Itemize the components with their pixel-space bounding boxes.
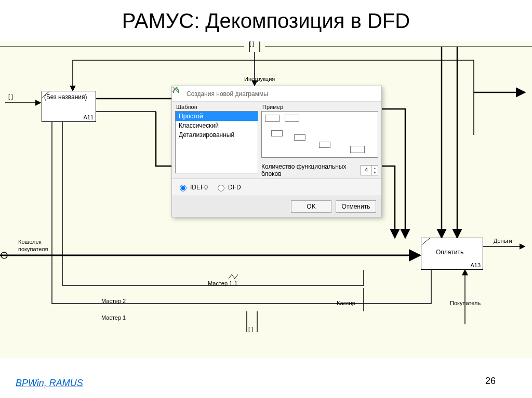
preview-pane	[261, 111, 378, 158]
block-a13-label: Оплатить	[436, 249, 463, 256]
close-button[interactable]	[363, 88, 378, 100]
label-wallet-1: Кошелек	[18, 239, 41, 245]
label-bracket-top: [ ]	[249, 40, 254, 47]
spinner-up[interactable]: ▲	[372, 166, 378, 170]
notation-radio-group: IDEF0 DFD	[172, 179, 381, 196]
dialog-title: Создания новой диаграммы	[187, 90, 363, 98]
dialog-titlebar[interactable]: Создания новой диаграммы	[172, 86, 381, 102]
block-count-spinner[interactable]: ▲ ▼	[361, 165, 378, 175]
block-count-input[interactable]	[361, 166, 371, 175]
radio-dfd[interactable]: DFD	[215, 183, 241, 191]
label-bracket-left: [ ]	[8, 93, 13, 100]
label-wallet-2: покупателя	[18, 246, 48, 252]
new-diagram-dialog: Создания новой диаграммы Шаблон Простой …	[171, 86, 382, 217]
block-a11-label: (Без названия)	[44, 93, 87, 101]
radio-idef0-label: IDEF0	[190, 184, 208, 191]
page-number: 26	[485, 376, 496, 387]
label-bracket-bottom: [ ]	[248, 326, 253, 332]
template-listbox[interactable]: Простой Классический Детализированный	[175, 111, 258, 173]
decomp-mark	[421, 238, 431, 245]
block-a11-id: A11	[83, 114, 94, 120]
radio-dfd-label: DFD	[228, 184, 241, 191]
footer-link[interactable]: BPWin, RAMUS	[16, 378, 83, 389]
spinner-down[interactable]: ▼	[372, 170, 378, 175]
label-cashier: Кассир	[337, 300, 355, 306]
ok-button[interactable]: OK	[291, 200, 331, 213]
radio-dfd-input[interactable]	[218, 185, 224, 191]
block-count-label: Количество функциональных блоков	[261, 163, 357, 177]
template-label: Шаблон	[176, 104, 258, 110]
cancel-button[interactable]: Отменить	[336, 200, 376, 213]
radio-idef0[interactable]: IDEF0	[177, 183, 208, 191]
template-item-detailed[interactable]: Детализированный	[176, 130, 258, 140]
slide-title: РАМУС: Декомпозиция в DFD	[0, 9, 532, 33]
close-icon	[172, 86, 178, 92]
block-a13-id: A13	[470, 262, 481, 268]
block-a13[interactable]: Оплатить A13	[421, 238, 483, 270]
diagram-canvas: (Без названия) A11 Оплатить A13 Инструкц…	[0, 42, 532, 358]
label-buyer: Покупатель	[450, 300, 481, 306]
template-item-simple[interactable]: Простой	[176, 112, 258, 121]
label-money: Деньги	[494, 238, 512, 244]
label-instruction: Инструкция	[244, 76, 275, 82]
label-master11: Мастер 1-1	[208, 280, 237, 286]
template-item-classic[interactable]: Классический	[176, 121, 258, 130]
block-a11[interactable]: (Без названия) A11	[42, 91, 96, 122]
svg-line-21	[422, 238, 430, 244]
label-master1: Мастер 1	[101, 314, 126, 321]
preview-label: Пример	[262, 104, 378, 110]
label-master2: Мастер 2	[101, 298, 126, 304]
radio-idef0-input[interactable]	[180, 185, 187, 191]
